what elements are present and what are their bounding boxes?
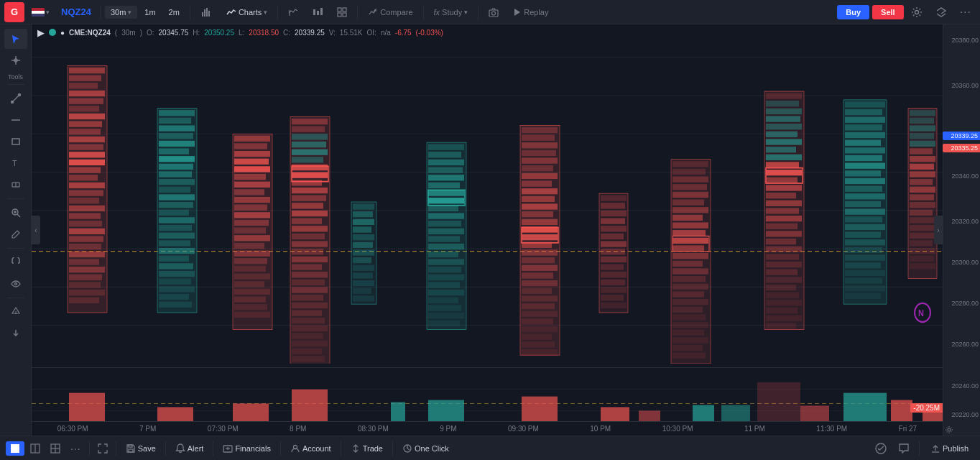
app-logo[interactable]: G [4,2,24,22]
svg-rect-335 [845,231,881,237]
svg-rect-146 [292,196,326,201]
save-btn[interactable]: Save [120,441,162,456]
svg-rect-10 [338,13,341,17]
svg-rect-329 [845,186,882,192]
svg-rect-274 [672,284,708,290]
svg-rect-3 [208,11,210,17]
svg-rect-336 [845,239,885,245]
charts-button[interactable]: Charts ▾ [221,5,273,19]
svg-rect-107 [159,294,189,300]
indicator-btn-1[interactable] [282,5,304,19]
svg-rect-59 [69,129,101,134]
timeframe-30m[interactable]: 30m ▾ [105,6,137,19]
svg-rect-93 [159,187,190,193]
tool-alert-chart[interactable] [4,302,27,322]
alert-btn[interactable]: Alert [170,441,210,456]
svg-rect-207 [428,321,460,326]
chart-instrument: CME:NQZ24 [69,29,111,37]
svg-rect-361 [910,233,935,239]
publish-btn[interactable]: Publish [925,441,974,456]
svg-rect-299 [766,193,796,198]
time-label-3: 8 PM [290,425,306,433]
tool-horizontal-line[interactable] [4,110,27,130]
collapse-handle-left[interactable]: ‹ [32,216,40,244]
chat-btn[interactable] [894,441,914,456]
svg-rect-52 [69,75,101,81]
layout-split-h-btn[interactable] [26,441,45,456]
svg-rect-225 [522,242,552,248]
svg-rect-343 [845,293,881,299]
tool-cursor[interactable] [4,29,27,49]
one-click-label: One Click [415,444,449,453]
svg-rect-119 [234,205,267,211]
replay-btn[interactable]: Replay [507,6,554,19]
svg-rect-260 [672,176,708,182]
flag-button[interactable]: ▾ [27,6,54,18]
tool-brush[interactable] [4,224,27,244]
expand-info-btn[interactable]: ▶ [37,27,45,38]
timeframe-2m[interactable]: 2m [163,6,185,19]
financials-btn[interactable]: Financials [217,441,277,456]
svg-rect-252 [601,280,625,285]
one-click-btn[interactable]: One Click [397,441,455,456]
layers-button[interactable] [930,4,953,20]
svg-rect-332 [845,208,885,214]
fullscreen-btn[interactable] [93,441,112,456]
svg-rect-354 [910,179,933,185]
svg-rect-306 [766,247,802,252]
camera-btn[interactable] [483,5,504,19]
chart-type-bar[interactable] [195,4,218,20]
layout-more-btn[interactable]: ··· [66,441,85,456]
svg-rect-292 [766,139,802,144]
tool-arrow-down[interactable] [4,323,27,344]
svg-rect-341 [845,277,882,283]
svg-rect-356 [910,194,934,200]
indicator-btn-3[interactable] [331,5,353,19]
svg-rect-160 [292,303,328,308]
tool-text[interactable]: T [4,153,27,173]
svg-rect-272 [672,268,708,274]
svg-rect-123 [234,235,270,241]
svg-rect-181 [353,295,374,301]
svg-rect-313 [766,300,802,305]
svg-rect-166 [292,349,322,354]
svg-rect-202 [428,282,460,288]
tool-eye[interactable] [4,274,27,294]
svg-rect-163 [292,326,328,331]
telegram-btn[interactable] [871,441,891,456]
account-btn[interactable]: Account [285,441,337,456]
tool-zoom[interactable] [4,203,27,223]
svg-rect-352 [910,164,934,170]
svg-rect-81 [69,298,99,303]
svg-rect-394 [129,449,133,452]
tool-measure[interactable] [4,175,27,195]
symbol-label[interactable]: NQZ24 [57,5,96,19]
price-scale-settings[interactable] [945,426,953,434]
compare-btn[interactable]: Compare [362,5,418,19]
study-btn[interactable]: fx Study ▾ [428,6,474,19]
timeframe-1m[interactable]: 1m [139,6,161,19]
svg-rect-125 [234,251,270,257]
buy-button[interactable]: Buy [837,5,869,19]
svg-rect-177 [353,265,374,271]
svg-rect-108 [159,302,192,308]
tool-magnet[interactable] [4,252,27,272]
bottom-tools-sep-3 [165,441,166,456]
trade-btn[interactable]: Trade [345,441,389,456]
svg-rect-128 [234,273,270,279]
layout-split-4-btn[interactable] [46,441,65,456]
layout-single-btn[interactable] [6,441,24,456]
svg-rect-131 [234,296,266,302]
svg-rect-218 [522,188,558,194]
indicator-btn-2[interactable] [307,5,328,19]
collapse-handle-right[interactable]: › [934,216,943,244]
settings-button[interactable] [907,4,927,20]
tool-crosshair[interactable] [4,50,27,70]
svg-rect-234 [522,311,558,317]
price-level-4: 20320.00 [951,218,979,225]
svg-rect-72 [69,229,105,234]
sell-button[interactable]: Sell [872,5,904,19]
tool-rectangle[interactable] [4,132,27,152]
tool-line[interactable] [4,88,27,109]
more-button[interactable]: ··· [956,4,976,21]
